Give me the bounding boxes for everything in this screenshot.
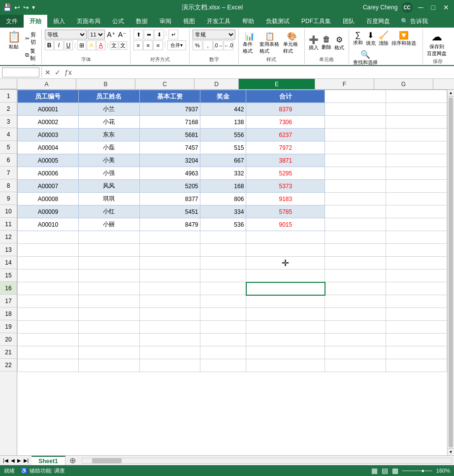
scroll-last-button[interactable]: ▶| <box>23 458 30 463</box>
cell-g22[interactable] <box>386 359 447 372</box>
bold-button[interactable]: B <box>45 40 54 50</box>
redo-icon[interactable]: ↪ <box>23 3 29 11</box>
cell-e5[interactable]: 7972 <box>246 141 325 154</box>
cell-b4[interactable]: 东东 <box>78 129 139 141</box>
cell-d20[interactable] <box>200 334 246 346</box>
scroll-next-button[interactable]: ▶ <box>16 458 22 463</box>
cell-c12[interactable] <box>139 231 200 244</box>
cell-e16[interactable] <box>246 282 325 295</box>
align-top-button[interactable]: ⬆ <box>133 30 143 39</box>
cell-b17[interactable] <box>78 295 139 308</box>
underline-button[interactable]: U <box>64 40 73 50</box>
cell-a4[interactable]: A00003 <box>18 129 79 141</box>
cell-c14[interactable] <box>139 257 200 270</box>
paste-button[interactable]: 📋 粘贴 <box>5 30 23 51</box>
row-num-14[interactable]: 14 <box>0 256 17 269</box>
wenzi-button[interactable]: 文 <box>110 41 118 50</box>
row-num-3[interactable]: 3 <box>0 115 17 128</box>
cell-c10[interactable]: 5451 <box>139 205 200 218</box>
cell-d12[interactable] <box>200 231 246 244</box>
tab-formulas[interactable]: 公式 <box>106 15 130 28</box>
cell-c18[interactable] <box>139 308 200 321</box>
cell-f21[interactable] <box>325 346 386 359</box>
cell-d6[interactable]: 667 <box>200 154 246 167</box>
cell-g4[interactable] <box>386 129 447 141</box>
tab-data[interactable]: 数据 <box>130 15 154 28</box>
cell-e6[interactable]: 3871 <box>246 154 325 167</box>
cell-a15[interactable] <box>18 270 79 282</box>
align-right-button[interactable]: ≡ <box>153 40 162 50</box>
scroll-prev-button[interactable]: ◀ <box>10 458 16 463</box>
cell-d9[interactable]: 806 <box>200 193 246 205</box>
vertical-scrollbar[interactable]: ▲ ▼ <box>447 90 454 455</box>
cell-g2[interactable] <box>386 103 447 116</box>
cell-e15[interactable] <box>246 270 325 282</box>
row-num-13[interactable]: 13 <box>0 243 17 256</box>
cell-e13[interactable] <box>246 244 325 257</box>
name-box[interactable]: E16 <box>2 68 39 77</box>
tab-pdf[interactable]: PDF工具集 <box>295 15 337 28</box>
undo-icon[interactable]: ↩ <box>14 3 20 11</box>
cell-a18[interactable] <box>18 308 79 321</box>
restore-button[interactable]: □ <box>429 3 437 11</box>
cell-g20[interactable] <box>386 334 447 346</box>
cell-g7[interactable] <box>386 167 447 180</box>
merge-button[interactable]: 合并▾ <box>167 40 186 50</box>
cell-d16[interactable] <box>200 282 246 295</box>
formula-input[interactable] <box>75 68 452 77</box>
cell-b12[interactable] <box>78 231 139 244</box>
tab-developer[interactable]: 开发工具 <box>201 15 236 28</box>
cell-b20[interactable] <box>78 334 139 346</box>
tab-review[interactable]: 审阅 <box>154 15 177 28</box>
cell-c8[interactable]: 5205 <box>139 180 200 193</box>
cell-f4[interactable] <box>325 129 386 141</box>
cell-c6[interactable]: 3204 <box>139 154 200 167</box>
align-middle-button[interactable]: ⬌ <box>144 30 154 39</box>
cell-g3[interactable] <box>386 116 447 129</box>
cell-f8[interactable] <box>325 180 386 193</box>
row-num-2[interactable]: 2 <box>0 102 17 115</box>
cell-c19[interactable] <box>139 321 200 334</box>
cell-a6[interactable]: A00005 <box>18 154 79 167</box>
cell-b18[interactable] <box>78 308 139 321</box>
cell-c15[interactable] <box>139 270 200 282</box>
view-layout-button[interactable]: ▤ <box>382 467 388 475</box>
cell-g19[interactable] <box>386 321 447 334</box>
cell-a13[interactable] <box>18 244 79 257</box>
cell-f11[interactable] <box>325 218 386 231</box>
view-break-button[interactable]: ▩ <box>392 467 398 475</box>
col-header-g[interactable]: G <box>374 79 433 89</box>
font-name-select[interactable]: 等线 <box>45 30 87 39</box>
cell-c5[interactable]: 7457 <box>139 141 200 154</box>
italic-button[interactable]: I <box>54 40 63 50</box>
cell-g9[interactable] <box>386 193 447 205</box>
cell-a3[interactable]: A00002 <box>18 116 79 129</box>
cell-d21[interactable] <box>200 346 246 359</box>
cell-f18[interactable] <box>325 308 386 321</box>
cell-b2[interactable]: 小兰 <box>78 103 139 116</box>
cell-c22[interactable] <box>139 359 200 372</box>
cell-a8[interactable]: A00007 <box>18 180 79 193</box>
cancel-formula-icon[interactable]: ✕ <box>44 68 52 76</box>
wenzi2-button[interactable]: 文 <box>119 41 127 50</box>
sort-filter-button[interactable]: 🔽 排序和筛选 <box>390 30 417 48</box>
cell-f12[interactable] <box>325 231 386 244</box>
cell-e18[interactable] <box>246 308 325 321</box>
row-num-18[interactable]: 18 <box>0 307 17 320</box>
cell-e19[interactable] <box>246 321 325 334</box>
avatar[interactable]: CC <box>402 2 413 13</box>
cell-g21[interactable] <box>386 346 447 359</box>
cell-d15[interactable] <box>200 270 246 282</box>
cell-a17[interactable] <box>18 295 79 308</box>
copy-button[interactable]: ⧉ 复制 <box>24 47 38 63</box>
cell-g16[interactable] <box>386 282 447 295</box>
cell-d19[interactable] <box>200 321 246 334</box>
cell-a1[interactable]: 员工编号 <box>18 90 79 103</box>
cell-c9[interactable]: 8377 <box>139 193 200 205</box>
row-num-8[interactable]: 8 <box>0 179 17 192</box>
cell-d14[interactable] <box>200 257 246 270</box>
cell-e20[interactable] <box>246 334 325 346</box>
cell-c21[interactable] <box>139 346 200 359</box>
cell-f14[interactable] <box>325 257 386 270</box>
cell-f17[interactable] <box>325 295 386 308</box>
